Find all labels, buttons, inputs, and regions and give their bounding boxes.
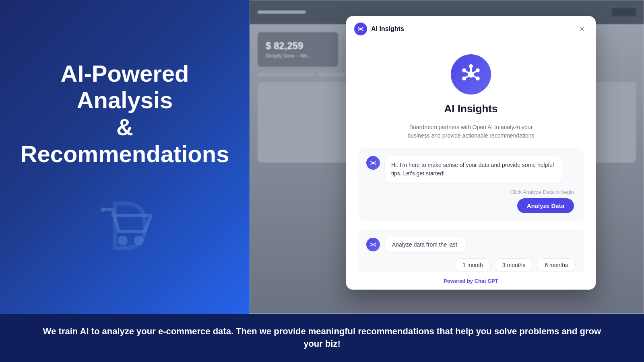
ai-insights-modal: AI Insights × <box>346 16 596 290</box>
footer-prefix: Powered by <box>444 278 475 284</box>
click-hint: Click Analyze Data to begin <box>510 189 574 195</box>
chat-container-1: Hi. I'm here to make sense of your data … <box>358 148 584 221</box>
modal-footer: Powered by Chat GPT <box>346 272 596 290</box>
time-button-3months[interactable]: 3 months <box>495 258 533 272</box>
modal-overlay: AI Insights × <box>250 0 644 314</box>
modal-title: AI Insights <box>444 103 498 115</box>
modal-header-title: AI Insights <box>371 25 404 33</box>
analyze-prompt-bubble: Analyze data from the last: <box>385 237 466 252</box>
time-button-1month[interactable]: 1 month <box>455 258 491 272</box>
analyze-data-button[interactable]: Analyze Data <box>517 198 574 213</box>
modal-header: AI Insights × <box>346 16 596 42</box>
main-area: AI-Powered Analysis & Recommendations <box>0 0 644 314</box>
right-panel: $ 82,259 Shopify Store – We... <box>250 0 644 314</box>
hero-heading: AI-Powered Analysis & Recommendations <box>21 60 229 168</box>
analyze-prompt-section: Analyze data from the last: 1 month 3 mo… <box>358 229 584 272</box>
bottom-bar: We train AI to analyze your e-commerce d… <box>0 314 644 362</box>
svg-point-1 <box>118 236 128 245</box>
bottom-bar-text: We train AI to analyze your e-commerce d… <box>40 325 604 350</box>
cart-icon <box>93 195 157 261</box>
chat-avatar-1 <box>366 156 380 170</box>
analyze-section: Click Analyze Data to begin Analyze Data <box>366 189 576 213</box>
time-button-6months[interactable]: 6 months <box>537 258 576 272</box>
modal-close-button[interactable]: × <box>576 23 588 35</box>
left-panel: AI-Powered Analysis & Recommendations <box>0 0 250 314</box>
chat-bubble-1: Hi. I'm here to make sense of your data … <box>385 156 562 183</box>
modal-header-icon <box>354 23 367 35</box>
chat-avatar-2 <box>366 238 380 251</box>
analyze-prompt-row: Analyze data from the last: <box>366 237 576 252</box>
modal-subtitle: Boardroom partners with Open AI to analy… <box>398 123 543 140</box>
modal-header-left: AI Insights <box>354 23 404 35</box>
ai-icon-large <box>451 54 491 95</box>
time-buttons: 1 month 3 months 6 months <box>366 258 576 272</box>
chat-message-1: Hi. I'm here to make sense of your data … <box>366 156 576 183</box>
footer-brand: Chat GPT <box>475 278 498 284</box>
modal-body: AI Insights Boardroom partners with Open… <box>346 42 596 272</box>
